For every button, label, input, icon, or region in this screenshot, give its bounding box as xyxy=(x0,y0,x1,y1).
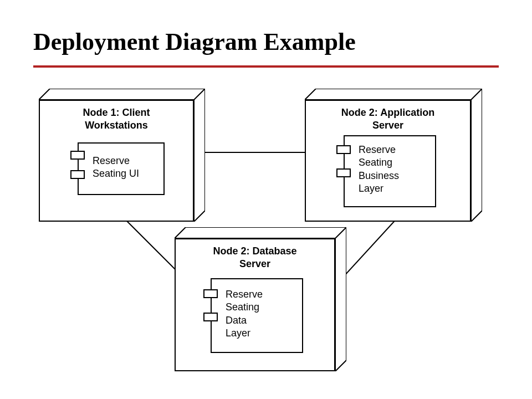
svg-line-2 xyxy=(338,216,399,283)
node-database-server: Node 2: Database Server Reserve Seating … xyxy=(175,227,346,371)
node-db-title-line1: Node 2: Database xyxy=(213,245,296,257)
node-app-title: Node 2: Application Server xyxy=(306,106,470,131)
node-client-workstations: Node 1: Client Workstations Reserve Seat… xyxy=(39,89,205,222)
component-business-layer-label: Reserve Seating Business Layer xyxy=(359,144,399,196)
node-client-title-line2: Workstations xyxy=(85,120,148,131)
node-application-server: Node 2: Application Server Reserve Seati… xyxy=(305,89,482,222)
component-reserve-seating-ui: Reserve Seating UI xyxy=(70,142,165,195)
node-client-title-line1: Node 1: Client xyxy=(83,107,150,118)
node-app-title-line1: Node 2: Application xyxy=(341,107,434,118)
component-business-layer: Reserve Seating Business Layer xyxy=(336,135,436,207)
slide: Deployment Diagram Example Node 1: Clien… xyxy=(0,0,532,399)
component-data-layer: Reserve Seating Data Layer xyxy=(203,278,303,353)
node-db-title: Node 2: Database Server xyxy=(176,245,334,270)
node-app-title-line2: Server xyxy=(372,120,403,131)
component-reserve-seating-ui-label: Reserve Seating UI xyxy=(93,155,139,181)
node-db-title-line2: Server xyxy=(239,258,270,269)
node-client-title: Node 1: Client Workstations xyxy=(40,106,193,131)
component-data-layer-label: Reserve Seating Data Layer xyxy=(226,288,263,340)
